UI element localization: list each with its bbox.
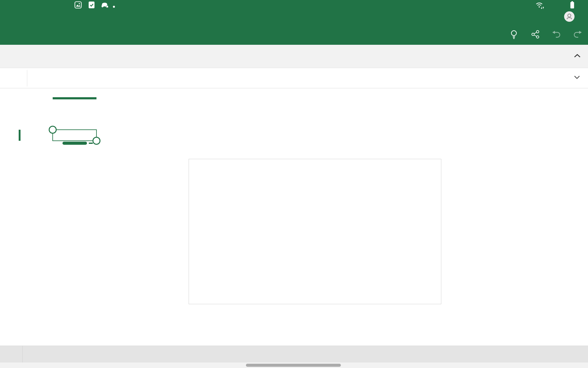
pie-chart [189, 159, 442, 305]
sheet-tab-bar [0, 346, 588, 362]
cell-selection-outline [52, 129, 97, 141]
selected-column-accent [53, 97, 96, 99]
redo-icon[interactable] [572, 29, 583, 40]
excel-app [0, 0, 588, 368]
game-controller-icon [101, 1, 109, 10]
selection-dash [89, 143, 93, 144]
pie-chart-object[interactable] [189, 159, 441, 304]
horizontal-scrollbar[interactable] [0, 362, 588, 368]
divider [27, 70, 27, 86]
person-icon [564, 11, 575, 22]
ribbon-tab-bar [0, 23, 588, 45]
scrollbar-thumb[interactable] [246, 364, 341, 367]
notification-dot-icon [113, 4, 115, 9]
expand-formula-chevron-down-icon[interactable] [573, 75, 581, 81]
share-icon[interactable] [530, 29, 541, 40]
title-bar [0, 10, 588, 23]
photos-icon [74, 1, 82, 10]
selected-row-accent [19, 130, 21, 141]
battery-icon [569, 1, 575, 10]
account-avatar[interactable] [564, 11, 575, 22]
tasks-check-icon [88, 1, 95, 10]
wifi-icon [535, 1, 545, 10]
selection-drag-pill[interactable] [62, 142, 87, 145]
undo-icon[interactable] [551, 29, 562, 40]
formula-bar[interactable] [0, 68, 588, 88]
selection-handle-bottom-right[interactable] [92, 137, 100, 145]
add-sheet-button[interactable] [0, 346, 23, 363]
status-bar [0, 0, 588, 10]
insert-toolbar [0, 45, 588, 68]
lightbulb-tellme-icon[interactable] [509, 29, 519, 40]
selection-handle-top-left[interactable] [49, 126, 57, 134]
collapse-toolbar-chevron-up-icon[interactable] [573, 53, 581, 60]
